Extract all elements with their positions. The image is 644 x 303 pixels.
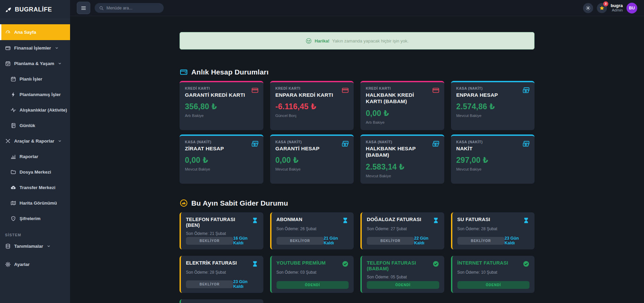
- bills-section-header: Bu Ayın Sabit Gider Durumu: [180, 199, 535, 207]
- days-remaining: 23 Gün Kaldı: [233, 279, 258, 289]
- bill-card-partial[interactable]: [180, 299, 263, 303]
- alert-message: Yakın zamanda yapacak hiçbir işin yok.: [332, 38, 409, 43]
- sidebar-item-planlama-&-yaşam[interactable]: Planlama & Yaşam: [0, 56, 70, 71]
- accounts-grid: KREDİ KARTI GARANTİ KREDİ KARTI 356,80 ₺…: [180, 81, 535, 184]
- chevron-down-icon: [55, 46, 59, 50]
- sidebar-item-alışkanlıklar-aktivite[interactable]: Alışkanlıklar (Aktivite): [0, 102, 70, 118]
- sidebar-item-label: Planlama & Yaşam: [14, 61, 54, 66]
- accounts-section-header: Anlık Hesap Durumları: [180, 68, 535, 76]
- sidebar-item-label: Raporlar: [20, 154, 38, 159]
- account-name: GARANTİ HESAP: [276, 145, 336, 152]
- folder-icon: [10, 169, 16, 175]
- hamburger-icon: [80, 5, 87, 11]
- account-caption: Artı Bakiye: [366, 120, 439, 124]
- sidebar-item-araçlar-&-raporlar[interactable]: Araçlar & Raporlar: [0, 133, 70, 149]
- sidebar-item-label: Tanımlamalar: [14, 244, 43, 249]
- bar-chart-icon: [10, 154, 16, 159]
- account-type-label: KREDİ KARTI: [276, 86, 349, 90]
- bolt-icon: [10, 92, 16, 97]
- avatar[interactable]: BU: [626, 3, 637, 13]
- check-circle-icon: [432, 261, 439, 267]
- wallet-icon: [180, 68, 188, 76]
- bill-name: ELEKTRİK FATURASI: [186, 260, 237, 266]
- account-amount: 2.583,14 ₺: [366, 162, 439, 172]
- sidebar-item-planlanmamış-i-şler[interactable]: Planlanmamış İşler: [0, 87, 70, 102]
- sidebar-item-günlük[interactable]: Günlük: [0, 118, 70, 133]
- topbar: 3 bugra Admin BU: [70, 0, 644, 16]
- account-amount: 0,00 ₺: [185, 156, 258, 165]
- sidebar-item-label: Ana Sayfa: [14, 30, 36, 35]
- favorites-button[interactable]: 3: [597, 3, 607, 13]
- bill-card-youtube-premi-um[interactable]: YOUTUBE PREMİUM Son Ödeme: 03 Şubat ÖDEN…: [270, 256, 354, 293]
- check-circle-icon: [523, 261, 529, 267]
- user-meta: bugra Admin: [611, 3, 623, 13]
- bill-card-abonman[interactable]: ABONMAN Son Ödeme: 26 Şubat BEKLİYOR 21 …: [270, 212, 354, 249]
- bill-card-telefon-faturasi-babam[interactable]: TELEFON FATURASI (BABAM) Son Ödeme: 05 Ş…: [360, 256, 444, 293]
- sidebar-item-label: Araçlar & Raporlar: [14, 139, 54, 144]
- search-box[interactable]: [95, 3, 164, 13]
- account-card-enpara-kredi-karti[interactable]: KREDİ KARTI ENPARA KREDİ KARTI -6.116,45…: [270, 81, 354, 130]
- account-name: HALKBANK KREDİ KARTI (BABAM): [366, 92, 426, 105]
- account-type-label: KREDİ KARTI: [185, 86, 258, 90]
- bill-card-elektri-k-faturasi[interactable]: ELEKTRİK FATURASI Son Ödeme: 28 Şubat BE…: [180, 256, 263, 293]
- bill-due-date: Son Ödeme: 27 Şubat: [367, 226, 439, 231]
- smile-sunglasses-icon: [305, 38, 312, 44]
- account-card-garanti-hesap[interactable]: KASA (NAKİT) GARANTİ HESAP 0,00 ₺ Mevcut…: [270, 134, 354, 184]
- account-card-garanti-kredi-karti[interactable]: KREDİ KARTI GARANTİ KREDİ KARTI 356,80 ₺…: [180, 81, 263, 130]
- bill-due-date: Son Ödeme: 26 Şubat: [277, 226, 349, 231]
- account-amount: 0,00 ₺: [366, 109, 439, 118]
- sidebar-item-ayarlar[interactable]: Ayarlar: [0, 256, 70, 272]
- account-type-label: KASA (NAKİT): [366, 140, 439, 144]
- sidebar-item-ana-sayfa[interactable]: Ana Sayfa: [0, 24, 70, 40]
- sidebar-item-şifrelerim[interactable]: Şifrelerim: [0, 211, 70, 226]
- account-amount: 0,00 ₺: [276, 156, 349, 165]
- sidebar-item-raporlar[interactable]: Raporlar: [0, 149, 70, 164]
- account-card-halkbank-hesap-babam[interactable]: KASA (NAKİT) HALKBANK HESAP (BABAM) 2.58…: [360, 134, 444, 184]
- account-card-zi-raat-hesap[interactable]: KASA (NAKİT) ZİRAAT HESAP 0,00 ₺ Mevcut …: [180, 134, 263, 184]
- cash-icon: [432, 140, 440, 148]
- sidebar-item-tanımlamalar[interactable]: Tanımlamalar: [0, 238, 70, 254]
- sidebar-item-finansal-i-şlemler[interactable]: Finansal İşlemler: [0, 40, 70, 56]
- account-amount: -6.116,45 ₺: [276, 102, 349, 111]
- account-name: ENPARA HESAP: [456, 92, 517, 98]
- cash-icon: [522, 140, 530, 148]
- tools-icon: [5, 138, 11, 144]
- bill-due-date: Son Ödeme: 21 Şubat: [186, 231, 258, 236]
- sidebar-item-label: Günlük: [20, 123, 35, 128]
- hourglass-icon: [342, 217, 349, 224]
- account-amount: 2.574,86 ₺: [456, 102, 529, 111]
- bill-name: TELEFON FATURASI (BEN): [186, 217, 249, 229]
- account-name: GARANTİ KREDİ KARTI: [185, 92, 246, 98]
- bill-due-date: Son Ödeme: 03 Şubat: [277, 270, 349, 275]
- sidebar-item-transfer-merkezi[interactable]: Transfer Merkezi: [0, 180, 70, 195]
- sidebar-item-dosya-merkezi[interactable]: Dosya Merkezi: [0, 164, 70, 180]
- accounts-section-title: Anlık Hesap Durumları: [191, 68, 268, 76]
- sidebar-item-harita-görünümü[interactable]: Harita Görünümü: [0, 195, 70, 211]
- bill-name: YOUTUBE PREMİUM: [277, 260, 326, 266]
- bill-card-su-faturasi[interactable]: SU FATURASI Son Ödeme: 28 Şubat BEKLİYOR…: [451, 212, 535, 249]
- sidebar-item-label: Alışkanlıklar (Aktivite): [20, 108, 67, 113]
- account-card-enpara-hesap[interactable]: KASA (NAKİT) ENPARA HESAP 2.574,86 ₺ Mev…: [451, 81, 535, 130]
- account-caption: Mevcut Bakiye: [276, 167, 349, 171]
- theme-toggle-button[interactable]: [583, 3, 593, 13]
- bill-name: İNTERNET FATURASI: [457, 260, 508, 266]
- account-card-halkbank-kredi-karti-babam[interactable]: KREDİ KARTI HALKBANK KREDİ KARTI (BABAM)…: [360, 81, 444, 130]
- credit-card-icon: [432, 87, 440, 94]
- search-input[interactable]: [106, 6, 159, 10]
- calendar-check-icon: [5, 61, 11, 66]
- cash-icon: [251, 140, 259, 148]
- bill-card-doğalgaz-faturasi[interactable]: DOĞALGAZ FATURASI Son Ödeme: 27 Şubat BE…: [360, 212, 444, 249]
- sidebar-item-planlı-i-şler[interactable]: Planlı İşler: [0, 71, 70, 87]
- account-card-naki-t[interactable]: KASA (NAKİT) NAKİT 297,00 ₺ Mevcut Bakiy…: [451, 134, 535, 184]
- account-type-label: KASA (NAKİT): [456, 86, 529, 90]
- notification-badge: 3: [603, 1, 608, 6]
- status-badge: BEKLİYOR: [186, 237, 233, 245]
- content-area: 3 bugra Admin BU Harika! Yakın zamanda y…: [70, 0, 644, 303]
- status-badge: BEKLİYOR: [367, 237, 414, 245]
- status-badge: BEKLİYOR: [186, 280, 233, 288]
- bill-card-telefon-faturasi-ben[interactable]: TELEFON FATURASI (BEN) Son Ödeme: 21 Şub…: [180, 212, 263, 249]
- menu-toggle-button[interactable]: [77, 2, 90, 14]
- bill-card-i-nternet-faturasi[interactable]: İNTERNET FATURASI Son Ödeme: 10 Şubat ÖD…: [451, 256, 535, 293]
- status-badge: ÖDENDİ: [367, 281, 439, 289]
- account-type-label: KREDİ KARTI: [366, 86, 439, 90]
